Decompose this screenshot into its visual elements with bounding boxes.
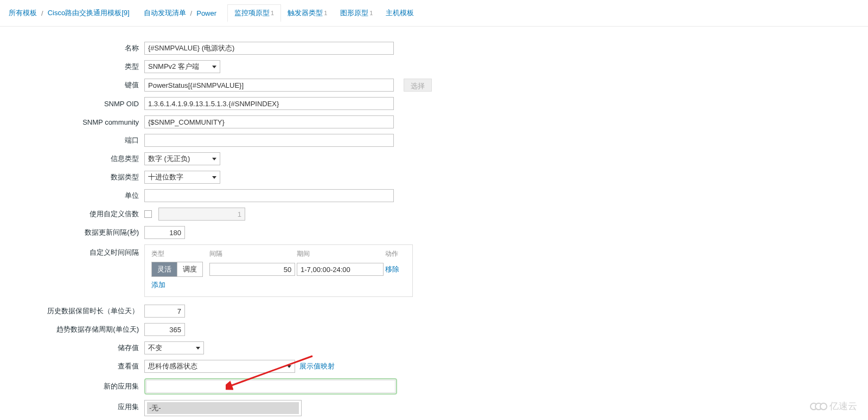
custom-intervals-table: 类型 间隔 期间 动作 灵活 调度: [144, 244, 413, 297]
type-select[interactable]: SNMPv2 客户端: [144, 60, 220, 73]
units-input[interactable]: [144, 189, 394, 202]
tab-trigger-prototypes[interactable]: 触发器类型1: [281, 5, 334, 21]
label-snmp-oid: SNMP OID: [9, 100, 144, 108]
breadcrumb-template[interactable]: Cisco路由交换通用模板[9]: [48, 8, 130, 18]
breadcrumb-discovery-rule[interactable]: Power: [196, 9, 216, 17]
label-show-value: 查看值: [9, 361, 144, 371]
applications-listbox[interactable]: -无-: [144, 400, 302, 416]
intervals-header-type: 类型: [151, 249, 209, 259]
breadcrumb-sep2: /: [190, 9, 193, 17]
label-type: 类型: [9, 62, 144, 72]
chevron-down-icon: [287, 365, 291, 368]
tab-item-prototypes[interactable]: 监控项原型1: [227, 4, 281, 22]
snmp-oid-input[interactable]: [144, 97, 394, 110]
tab-graph-prototypes[interactable]: 图形原型1: [334, 5, 379, 21]
store-value-select[interactable]: 不变: [144, 341, 204, 354]
watermark-logo-icon: [810, 403, 827, 410]
label-custom-multiplier: 使用自定义倍数: [9, 209, 144, 219]
chevron-down-icon: [212, 158, 216, 160]
name-input[interactable]: [144, 42, 394, 55]
breadcrumb: 所有模板 / Cisco路由交换通用模板[9] 自动发现清单 / Power 监…: [0, 0, 868, 27]
label-data-type: 数据类型: [9, 172, 144, 182]
port-input[interactable]: [144, 134, 394, 147]
trends-input[interactable]: [144, 323, 185, 336]
snmp-community-input[interactable]: [144, 115, 394, 128]
toggle-flexible[interactable]: 灵活: [152, 262, 177, 276]
show-value-map-link[interactable]: 展示值映射: [299, 361, 335, 371]
interval-add-link[interactable]: 添加: [151, 280, 165, 290]
label-history: 历史数据保留时长（单位天）: [9, 306, 144, 316]
label-trends: 趋势数据存储周期(单位天): [9, 325, 144, 334]
tab-host-prototypes[interactable]: 主机模板: [379, 5, 420, 21]
interval-remove-link[interactable]: 移除: [385, 265, 399, 273]
interval-period-input[interactable]: [297, 263, 384, 276]
key-input[interactable]: [144, 79, 394, 92]
new-application-input[interactable]: [146, 380, 395, 393]
label-applications: 应用集: [9, 400, 144, 412]
show-value-select[interactable]: 思科传感器状态: [144, 360, 295, 373]
chevron-down-icon: [212, 66, 216, 68]
breadcrumb-discovery-list[interactable]: 自动发现清单: [144, 8, 186, 18]
chevron-down-icon: [196, 347, 200, 350]
label-snmp-community: SNMP community: [9, 118, 144, 126]
label-port: 端口: [9, 135, 144, 145]
chevron-down-icon: [212, 176, 216, 179]
watermark: 亿速云: [810, 400, 857, 412]
watermark-text: 亿速云: [829, 400, 857, 412]
info-type-select[interactable]: 数字 (无正负): [144, 152, 220, 165]
intervals-header-action: 动作: [385, 249, 406, 259]
label-info-type: 信息类型: [9, 154, 144, 164]
label-name: 名称: [9, 43, 144, 53]
custom-multiplier-checkbox[interactable]: [144, 210, 152, 218]
history-input[interactable]: [144, 305, 185, 318]
label-custom-intervals: 自定义时间间隔: [9, 244, 144, 257]
update-interval-input[interactable]: [144, 226, 185, 239]
label-new-application: 新的应用集: [9, 382, 144, 391]
new-application-highlight: [144, 378, 397, 395]
label-units: 单位: [9, 191, 144, 201]
breadcrumb-sep: /: [41, 9, 43, 17]
applications-item-none[interactable]: -无-: [147, 402, 299, 414]
multiplier-value-input: [158, 208, 245, 221]
breadcrumb-all-templates[interactable]: 所有模板: [9, 8, 37, 18]
interval-type-toggle[interactable]: 灵活 调度: [151, 262, 203, 277]
data-type-select[interactable]: 十进位数字: [144, 171, 220, 184]
select-key-button: 选择: [404, 79, 432, 92]
interval-value-input[interactable]: [209, 263, 295, 276]
label-store-value: 储存值: [9, 343, 144, 353]
label-key: 键值: [9, 80, 144, 90]
intervals-header-interval: 间隔: [209, 249, 297, 259]
toggle-scheduled[interactable]: 调度: [177, 262, 202, 276]
label-update-interval: 数据更新间隔(秒): [9, 228, 144, 237]
item-prototype-form: 名称 类型 SNMPv2 客户端 键值 选择 SNMP OID SNMP com…: [9, 37, 859, 420]
intervals-header-period: 期间: [297, 249, 385, 259]
tabs: 监控项原型1 触发器类型1 图形原型1 主机模板: [227, 4, 420, 22]
